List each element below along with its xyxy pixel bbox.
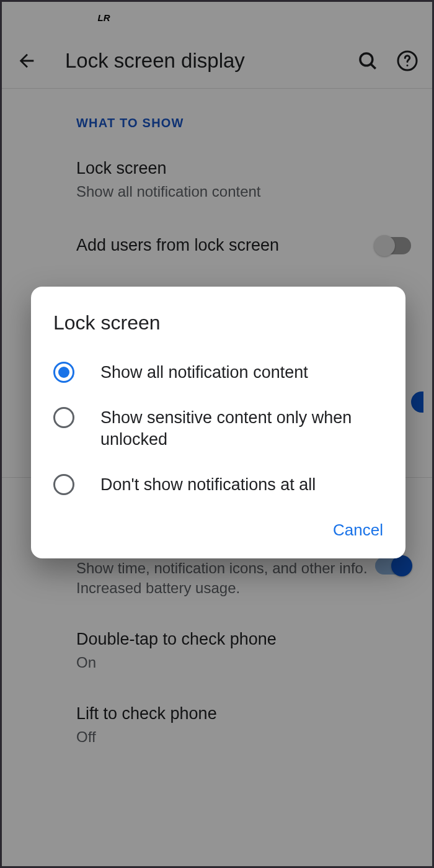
radio-unselected-icon: [53, 407, 74, 428]
radio-option-sensitive[interactable]: Show sensitive content only when unlocke…: [31, 395, 405, 462]
radio-option-dont-show[interactable]: Don't show notifications at all: [31, 462, 405, 507]
radio-label: Show all notification content: [100, 360, 308, 383]
cancel-button[interactable]: Cancel: [333, 521, 383, 540]
radio-unselected-icon: [53, 474, 74, 495]
radio-label: Show sensitive content only when unlocke…: [100, 406, 383, 450]
dialog-title: Lock screen: [31, 311, 405, 349]
radio-label: Don't show notifications at all: [100, 473, 316, 496]
lock-screen-dialog: Lock screen Show all notification conten…: [31, 287, 405, 558]
radio-option-show-all[interactable]: Show all notification content: [31, 349, 405, 395]
radio-selected-icon: [53, 362, 74, 383]
